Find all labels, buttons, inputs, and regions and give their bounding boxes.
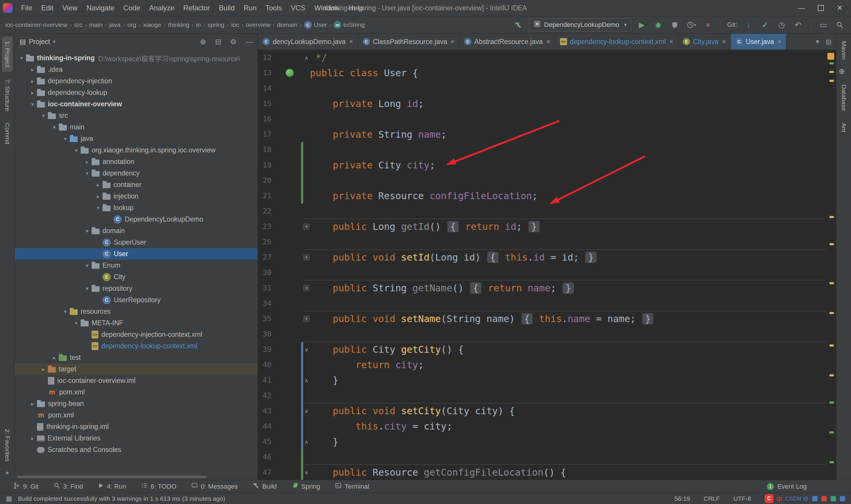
git-rollback-icon[interactable]: ↶ [792, 19, 804, 31]
fold-marker[interactable]: + [303, 250, 310, 265]
fold-marker[interactable]: + [303, 281, 310, 296]
breadcrumb-org[interactable]: org [127, 21, 136, 29]
tab-city-java[interactable]: ECity.java× [678, 34, 731, 50]
git-history-icon[interactable]: ◷ [776, 19, 787, 31]
close-tab-icon[interactable]: × [451, 38, 454, 46]
tabs-dropdown-icon[interactable]: ▾ [816, 38, 819, 45]
tool-button-maven[interactable]: Maven [838, 37, 849, 64]
tree-expanded-arrow[interactable]: ▾ [83, 285, 92, 292]
stripe-mark[interactable] [829, 71, 834, 73]
code-line-13[interactable]: 13public class User { [258, 65, 836, 80]
breadcrumb-in[interactable]: in [196, 21, 201, 29]
tree-expanded-arrow[interactable]: ▾ [61, 308, 70, 315]
locate-file-icon[interactable]: ⊕ [200, 37, 206, 46]
close-tab-icon[interactable]: × [546, 38, 550, 46]
stripe-mark[interactable] [829, 216, 834, 218]
tree-item-user[interactable]: CUser [15, 248, 258, 260]
code-line-35[interactable]: 35+ public void setName(String name) { t… [258, 311, 836, 326]
stripe-mark[interactable] [829, 461, 834, 463]
profiler-button[interactable]: ▾ [686, 19, 698, 31]
tool-button-1-project[interactable]: 1: Project [2, 37, 13, 72]
menu-item-file[interactable]: File [17, 2, 37, 14]
tree-item-target[interactable]: ▸target [15, 363, 258, 375]
tab-dependency-lookup-context-xml[interactable]: <>dependency-lookup-context.xml× [555, 34, 678, 50]
tree-expanded-arrow[interactable]: ▾ [94, 205, 103, 211]
tree-item-test[interactable]: ▸test [15, 352, 258, 363]
event-log-button[interactable]: 1Event Log [767, 483, 807, 490]
tree-item-ioc-container-overview-iml[interactable]: ioc-container-overview.iml [15, 375, 258, 386]
chevron-down-icon[interactable]: ▾ [53, 39, 56, 45]
run-configuration-select[interactable]: DependencyLookupDemo ▾ [529, 18, 631, 31]
code-line-42[interactable]: 42 [258, 388, 836, 403]
code-line-14[interactable]: 14 [258, 80, 836, 96]
tree-item-pom-xml[interactable]: mpom.xml [15, 386, 258, 398]
tab-user-java[interactable]: CUser.java× [731, 34, 786, 50]
menu-item-vcs[interactable]: VCS [286, 2, 310, 14]
code-line-39[interactable]: 39∨ public City getCity() { [258, 342, 836, 357]
fold-marker[interactable]: + [303, 219, 310, 234]
menu-item-refactor[interactable]: Refactor [179, 2, 215, 14]
code-line-31[interactable]: 31+ public String getName() { return nam… [258, 281, 836, 296]
stripe-mark[interactable] [829, 243, 834, 245]
tool-button-3-find[interactable]: 3: Find [53, 482, 83, 491]
tree-item-thinking-in-spring-iml[interactable]: thinking-in-spring.iml [15, 421, 258, 432]
fold-marker[interactable]: ∨ [303, 403, 310, 419]
breadcrumb-spring[interactable]: spring [208, 21, 224, 29]
tool-button-ant[interactable]: Ant [838, 119, 849, 137]
run-button[interactable]: ▶ [636, 19, 648, 31]
code-line-38[interactable]: 38 [258, 326, 836, 342]
tree-item-org-xiaoge-thinking-in-spring-ioc-overview[interactable]: ▾org.xiaoge.thinking.in.spring.ioc.overv… [15, 144, 258, 156]
stripe-mark[interactable] [829, 312, 834, 314]
stripe-mark[interactable] [829, 431, 834, 433]
tool-button-2-favorites[interactable]: 2: Favorites [2, 425, 13, 466]
code-line-44[interactable]: 44 this.city = city; [258, 419, 836, 434]
tree-item-main[interactable]: ▾main [15, 122, 258, 133]
breadcrumb-ioc[interactable]: ioc [231, 21, 239, 29]
tree-item-enum[interactable]: ▾Enum [15, 260, 258, 271]
breadcrumb-user[interactable]: CUser [304, 21, 327, 29]
tree-item-container[interactable]: ▸container [15, 179, 258, 191]
breadcrumb-overview[interactable]: overview [246, 21, 270, 29]
menu-item-edit[interactable]: Edit [37, 2, 58, 14]
coverage-button[interactable] [669, 19, 681, 31]
project-panel-title[interactable]: Project [29, 38, 50, 46]
code-line-16[interactable]: 16 [258, 111, 836, 127]
tree-expanded-arrow[interactable]: ▾ [28, 101, 37, 108]
tree-collapsed-arrow[interactable]: ▸ [28, 67, 37, 73]
tree-collapsed-arrow[interactable]: ▸ [50, 355, 59, 361]
debug-button[interactable] [652, 19, 664, 31]
tool-button-build[interactable]: Build [253, 482, 277, 491]
tree-item-dependency-injection[interactable]: ▸dependency-injection [15, 75, 258, 87]
tree-expanded-arrow[interactable]: ▾ [83, 170, 92, 177]
build-hammer-icon[interactable] [512, 19, 524, 31]
inspection-status-icon[interactable] [827, 53, 834, 60]
tree-item-lookup[interactable]: ▾lookup [15, 202, 258, 214]
tree-collapsed-arrow[interactable]: ▸ [94, 182, 103, 188]
code-line-20[interactable]: 20 [258, 173, 836, 188]
breadcrumb-xiaoge[interactable]: xiaoge [143, 21, 161, 29]
hide-panel-icon[interactable]: — [246, 37, 253, 46]
menu-item-view[interactable]: View [58, 2, 82, 14]
menu-item-analyze[interactable]: Analyze [145, 2, 179, 14]
tree-item-thinking-in-spring[interactable]: ▾thinking-in-springD:\workspace\极客学习\spr… [15, 52, 258, 64]
fold-marker[interactable]: ∧ [303, 50, 310, 65]
tool-button-database[interactable]: Database [838, 80, 849, 115]
tree-item-dependency[interactable]: ▾dependency [15, 167, 258, 179]
minimize-icon[interactable]: — [798, 4, 805, 12]
tree-item-resources[interactable]: ▾resources [15, 306, 258, 317]
code-line-46[interactable]: 46 [258, 449, 836, 465]
menu-item-build[interactable]: Build [215, 2, 239, 14]
tree-expanded-arrow[interactable]: ▾ [50, 124, 59, 130]
close-tab-icon[interactable]: × [777, 38, 781, 46]
code-line-34[interactable]: 34 [258, 296, 836, 311]
caret-position[interactable]: 56:19 [675, 495, 690, 502]
fold-marker[interactable]: ∧ [303, 434, 310, 449]
tool-button-commit[interactable]: Commit [2, 119, 13, 149]
tab-abstractresource-java[interactable]: CAbstractResource.java× [459, 34, 555, 50]
code-line-40[interactable]: 40 return city; [258, 357, 836, 373]
horizontal-scrollbar[interactable] [17, 475, 206, 478]
fold-marker[interactable]: ∨ [303, 465, 310, 480]
favorites-star-icon[interactable]: ★ [5, 470, 9, 475]
tree-item-repository[interactable]: ▾repository [15, 283, 258, 294]
breadcrumb-java[interactable]: java [109, 21, 121, 29]
